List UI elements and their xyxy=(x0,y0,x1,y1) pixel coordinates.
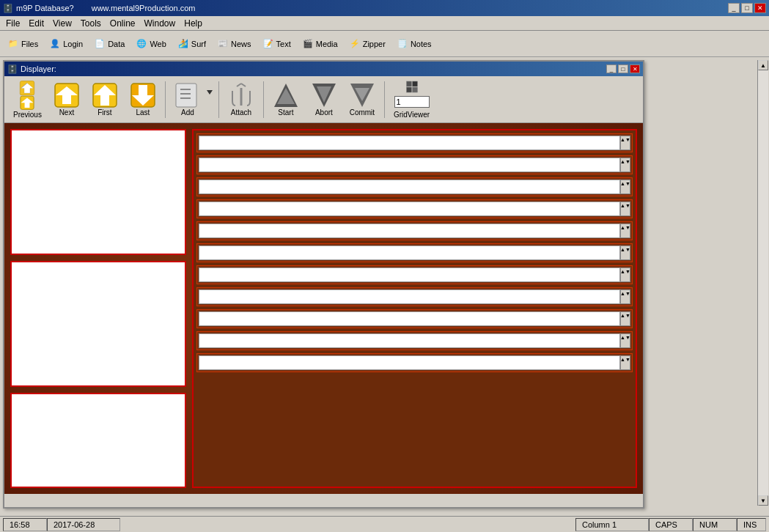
gridviewer-section: GridViewer xyxy=(389,79,434,120)
news-label: News xyxy=(231,40,251,48)
zipper-label: Zipper xyxy=(363,40,386,48)
menu-view[interactable]: View xyxy=(48,17,76,30)
add-button[interactable]: Add xyxy=(170,79,205,120)
login-label: Login xyxy=(63,40,83,48)
displayer-minimize[interactable]: _ xyxy=(606,64,617,73)
field-input-8[interactable] xyxy=(199,289,620,304)
toolbar-login[interactable]: 👤 Login xyxy=(45,34,88,54)
menu-online[interactable]: Online xyxy=(106,17,140,30)
next-button[interactable]: Next xyxy=(49,79,84,120)
field-input-10[interactable] xyxy=(199,333,620,348)
toolbar-surf[interactable]: 🏄 Surf xyxy=(173,34,211,54)
displayer-title: Displayer: xyxy=(21,64,56,73)
toolbar-data[interactable]: 📄 Data xyxy=(89,34,130,54)
svg-line-20 xyxy=(237,84,241,86)
desktop: 🗄️ Displayer: _ □ ✕ xyxy=(0,57,769,516)
toolbar-zipper[interactable]: ⚡ Zipper xyxy=(345,34,391,54)
field-row-4: ▲▼ xyxy=(196,199,633,218)
start-button[interactable]: Start xyxy=(268,79,303,120)
field-input-3[interactable] xyxy=(199,180,620,194)
left-panel xyxy=(10,129,186,488)
minimize-button[interactable]: _ xyxy=(728,3,740,13)
previous-arrow-icon xyxy=(14,95,40,111)
menu-file[interactable]: File xyxy=(1,17,24,30)
menu-window[interactable]: Window xyxy=(140,17,180,30)
app-icon: 🗄️ xyxy=(3,4,13,13)
commit-button[interactable]: Commit xyxy=(345,79,380,120)
field-input-4[interactable] xyxy=(199,202,620,216)
maximize-button[interactable]: □ xyxy=(741,3,753,13)
menu-tools[interactable]: Tools xyxy=(76,17,106,30)
last-button[interactable]: Last xyxy=(125,79,161,120)
field-scroll-2[interactable]: ▲▼ xyxy=(620,158,630,172)
news-icon: 📰 xyxy=(218,39,228,48)
toolbar-web[interactable]: 🌐 Web xyxy=(131,34,171,54)
field-input-11[interactable] xyxy=(199,355,620,370)
surf-label: Surf xyxy=(191,40,206,48)
separator-3 xyxy=(263,81,264,118)
media-label: Media xyxy=(316,40,338,48)
field-scroll-3[interactable]: ▲▼ xyxy=(620,180,630,194)
field-scroll-7[interactable]: ▲▼ xyxy=(620,267,630,282)
title-bar: 🗄️ m9P Database? www.mental9Production.c… xyxy=(0,0,769,16)
displayer-maximize[interactable]: □ xyxy=(618,64,628,73)
add-dropdown[interactable] xyxy=(205,88,214,97)
attach-label: Attach xyxy=(231,108,251,117)
status-caps: CAPS xyxy=(649,518,693,531)
field-input-7[interactable] xyxy=(199,267,620,282)
svg-line-21 xyxy=(241,84,246,86)
abort-icon xyxy=(311,82,337,108)
field-input-5[interactable] xyxy=(199,223,620,238)
right-panel: ▲▼ ▲▼ ▲▼ ▲▼ xyxy=(192,129,637,488)
previous-button[interactable]: Previous xyxy=(9,79,46,120)
toolbar-files[interactable]: 📁 Files xyxy=(3,34,43,54)
field-input-2[interactable] xyxy=(199,158,620,172)
web-icon: 🌐 xyxy=(136,39,147,48)
field-row-11: ▲▼ xyxy=(196,353,633,372)
close-button[interactable]: ✕ xyxy=(754,3,766,13)
notes-icon: 🗒️ xyxy=(397,39,408,48)
toolbar-text[interactable]: 📝 Text xyxy=(258,34,296,54)
menu-help[interactable]: Help xyxy=(180,17,207,30)
displayer-title-left: 🗄️ Displayer: xyxy=(7,64,56,74)
field-scroll-6[interactable]: ▲▼ xyxy=(620,245,630,260)
svg-rect-29 xyxy=(412,81,417,86)
field-scroll-9[interactable]: ▲▼ xyxy=(620,311,630,326)
field-scroll-8[interactable]: ▲▼ xyxy=(620,289,630,304)
displayer-controls: _ □ ✕ xyxy=(606,64,640,73)
field-input-1[interactable] xyxy=(199,136,620,150)
start-icon xyxy=(273,82,299,108)
field-row-8: ▲▼ xyxy=(196,287,633,306)
start-label: Start xyxy=(278,108,293,117)
toolbar-media[interactable]: 🎬 Media xyxy=(298,34,343,54)
gridviewer-input[interactable] xyxy=(394,96,430,108)
abort-button[interactable]: Abort xyxy=(306,79,342,120)
attach-button[interactable]: Attach xyxy=(224,79,259,120)
text-label: Text xyxy=(276,40,291,48)
toolbar-news[interactable]: 📰 News xyxy=(213,34,257,54)
field-scroll-11[interactable]: ▲▼ xyxy=(620,355,630,370)
vertical-scrollbar[interactable]: ▲ ▼ xyxy=(757,60,769,506)
field-scroll-1[interactable]: ▲▼ xyxy=(620,136,630,150)
files-icon: 📁 xyxy=(8,39,18,48)
separator-2 xyxy=(218,81,219,118)
files-label: Files xyxy=(21,40,38,48)
field-scroll-10[interactable]: ▲▼ xyxy=(620,333,630,348)
field-input-9[interactable] xyxy=(199,311,620,326)
field-scroll-4[interactable]: ▲▼ xyxy=(620,202,630,216)
toolbar-notes[interactable]: 🗒️ Notes xyxy=(392,34,437,54)
commit-label: Commit xyxy=(350,108,375,117)
first-button[interactable]: First xyxy=(87,79,122,120)
field-scroll-5[interactable]: ▲▼ xyxy=(620,223,630,238)
menu-edit[interactable]: Edit xyxy=(24,17,48,30)
field-input-6[interactable] xyxy=(199,245,620,260)
displayer-close[interactable]: ✕ xyxy=(630,64,640,73)
scroll-down-button[interactable]: ▼ xyxy=(758,495,768,506)
surf-icon: 🏄 xyxy=(178,39,188,48)
data-icon: 📄 xyxy=(95,39,105,48)
scroll-up-button[interactable]: ▲ xyxy=(758,60,768,70)
field-row-7: ▲▼ xyxy=(196,265,633,284)
displayer-toolbar: Previous Next First xyxy=(4,76,643,123)
svg-rect-31 xyxy=(412,86,417,92)
last-label: Last xyxy=(136,108,150,117)
